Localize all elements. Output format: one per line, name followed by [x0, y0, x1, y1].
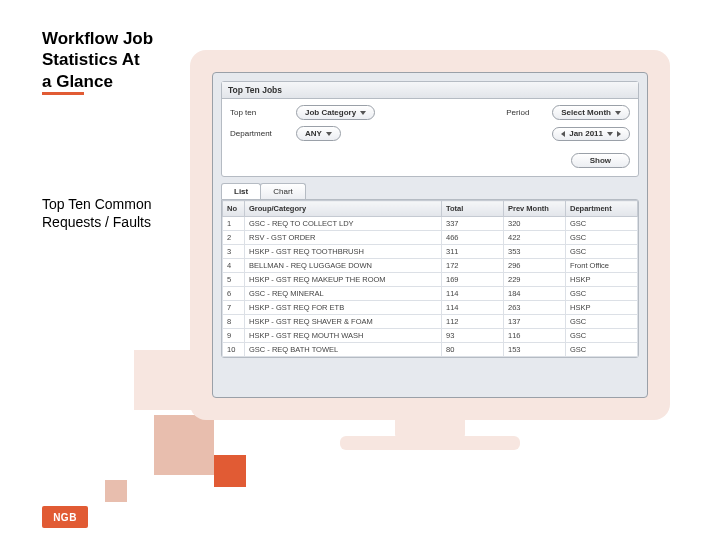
app-screen: Top Ten Jobs Top ten Job Category Period… — [212, 72, 648, 398]
slide-title: Workflow Job Statistics At a Glance — [42, 28, 182, 95]
cell-no: 3 — [223, 245, 245, 259]
tab-list[interactable]: List — [221, 183, 261, 199]
cell-dept: GSC — [566, 217, 638, 231]
month-value: Jan 2011 — [569, 129, 603, 138]
decor-square — [154, 415, 214, 475]
cell-prev: 353 — [504, 245, 566, 259]
panel-heading: Top Ten Jobs — [222, 82, 638, 99]
cell-grp: RSV - GST ORDER — [245, 231, 442, 245]
show-row: Show — [222, 153, 638, 176]
cell-total: 337 — [442, 217, 504, 231]
topten-dropdown[interactable]: Job Category — [296, 105, 375, 120]
monitor-illustration: Top Ten Jobs Top ten Job Category Period… — [190, 50, 670, 420]
cell-grp: GSC - REQ MINERAL — [245, 287, 442, 301]
cell-total: 93 — [442, 329, 504, 343]
cell-no: 10 — [223, 343, 245, 357]
col-no: No — [223, 201, 245, 217]
slide: Workflow Job Statistics At a Glance Top … — [0, 0, 720, 540]
cell-dept: GSC — [566, 231, 638, 245]
topten-value: Job Category — [305, 108, 356, 117]
cell-grp: HSKP - GST REQ TOOTHBRUSH — [245, 245, 442, 259]
cell-prev: 422 — [504, 231, 566, 245]
cell-prev: 184 — [504, 287, 566, 301]
cell-prev: 137 — [504, 315, 566, 329]
col-dept: Department — [566, 201, 638, 217]
cell-grp: HSKP - GST REQ MAKEUP THE ROOM — [245, 273, 442, 287]
cell-no: 5 — [223, 273, 245, 287]
cell-total: 114 — [442, 301, 504, 315]
col-prev: Prev Month — [504, 201, 566, 217]
logo: NGB — [42, 506, 88, 528]
table-row: 8HSKP - GST REQ SHAVER & FOAM112137GSC — [223, 315, 638, 329]
cell-dept: Front Office — [566, 259, 638, 273]
results-table: No Group/Category Total Prev Month Depar… — [222, 200, 638, 357]
department-dropdown[interactable]: ANY — [296, 126, 341, 141]
cell-grp: GSC - REQ TO COLLECT LDY — [245, 217, 442, 231]
filter-area: Top ten Job Category Period Select Month — [222, 99, 638, 153]
cell-no: 1 — [223, 217, 245, 231]
cell-grp: HSKP - GST REQ MOUTH WASH — [245, 329, 442, 343]
cell-total: 112 — [442, 315, 504, 329]
cell-prev: 320 — [504, 217, 566, 231]
table-header-row: No Group/Category Total Prev Month Depar… — [223, 201, 638, 217]
table-row: 10GSC - REQ BATH TOWEL80153GSC — [223, 343, 638, 357]
monitor-base — [340, 436, 520, 450]
period-label: Period — [506, 108, 546, 117]
cell-dept: HSKP — [566, 301, 638, 315]
table-row: 3HSKP - GST REQ TOOTHBRUSH311353GSC — [223, 245, 638, 259]
table-row: 2RSV - GST ORDER466422GSC — [223, 231, 638, 245]
title-line2a: a Gla — [42, 71, 84, 95]
title-line1: Workflow Job Statistics At — [42, 29, 153, 69]
table-row: 6GSC - REQ MINERAL114184GSC — [223, 287, 638, 301]
department-label: Department — [230, 129, 290, 138]
cell-no: 6 — [223, 287, 245, 301]
cell-no: 4 — [223, 259, 245, 273]
cell-prev: 229 — [504, 273, 566, 287]
tab-bar: List Chart — [221, 183, 639, 199]
cell-dept: HSKP — [566, 273, 638, 287]
slide-subtitle: Top Ten Common Requests / Faults — [42, 195, 172, 231]
cell-no: 9 — [223, 329, 245, 343]
cell-prev: 296 — [504, 259, 566, 273]
cell-prev: 116 — [504, 329, 566, 343]
filter-row-1: Top ten Job Category Period Select Month — [230, 105, 630, 120]
table-row: 4BELLMAN - REQ LUGGAGE DOWN172296Front O… — [223, 259, 638, 273]
cell-total: 80 — [442, 343, 504, 357]
cell-grp: GSC - REQ BATH TOWEL — [245, 343, 442, 357]
decor-square — [214, 455, 246, 487]
decor-square — [105, 480, 127, 502]
table-row: 5HSKP - GST REQ MAKEUP THE ROOM169229HSK… — [223, 273, 638, 287]
col-grp: Group/Category — [245, 201, 442, 217]
topten-label: Top ten — [230, 108, 290, 117]
cell-total: 172 — [442, 259, 504, 273]
month-picker[interactable]: Jan 2011 — [552, 127, 630, 141]
monitor-neck — [395, 412, 465, 438]
cell-total: 114 — [442, 287, 504, 301]
cell-grp: BELLMAN - REQ LUGGAGE DOWN — [245, 259, 442, 273]
show-button[interactable]: Show — [571, 153, 630, 168]
cell-dept: GSC — [566, 245, 638, 259]
col-total: Total — [442, 201, 504, 217]
chevron-down-icon — [360, 111, 366, 115]
cell-grp: HSKP - GST REQ FOR ETB — [245, 301, 442, 315]
table-row: 1GSC - REQ TO COLLECT LDY337320GSC — [223, 217, 638, 231]
chevron-left-icon — [561, 131, 565, 137]
title-line2b: nce — [84, 72, 113, 91]
chevron-down-icon — [326, 132, 332, 136]
cell-total: 311 — [442, 245, 504, 259]
cell-no: 8 — [223, 315, 245, 329]
cell-no: 7 — [223, 301, 245, 315]
cell-dept: GSC — [566, 287, 638, 301]
cell-grp: HSKP - GST REQ SHAVER & FOAM — [245, 315, 442, 329]
chevron-down-icon — [607, 132, 613, 136]
cell-prev: 263 — [504, 301, 566, 315]
department-value: ANY — [305, 129, 322, 138]
tab-chart[interactable]: Chart — [260, 183, 306, 199]
cell-dept: GSC — [566, 343, 638, 357]
chevron-right-icon — [617, 131, 621, 137]
cell-prev: 153 — [504, 343, 566, 357]
cell-total: 466 — [442, 231, 504, 245]
cell-total: 169 — [442, 273, 504, 287]
period-dropdown[interactable]: Select Month — [552, 105, 630, 120]
period-value: Select Month — [561, 108, 611, 117]
